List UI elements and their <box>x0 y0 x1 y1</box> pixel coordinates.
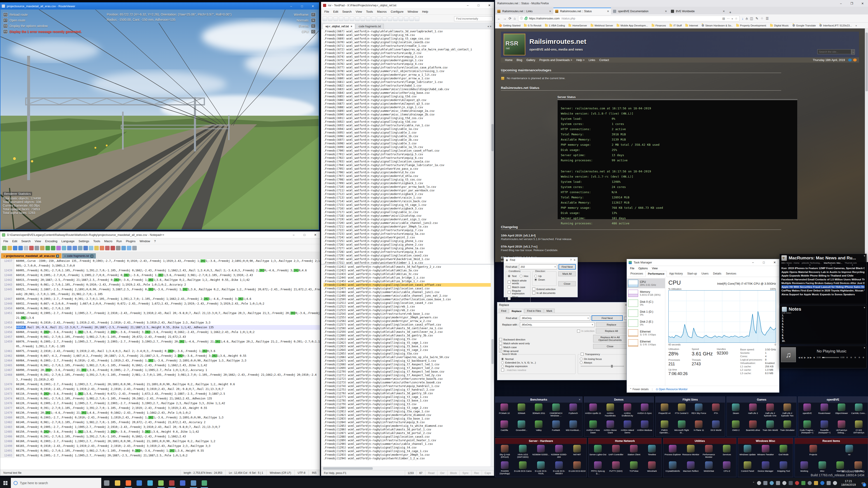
save-macro-icon[interactable] <box>127 246 131 250</box>
menu-item-settings[interactable]: Settings <box>77 239 91 243</box>
stop-macro-icon[interactable] <box>116 246 121 250</box>
headline[interactable]: Multiple Reviewers Facing Broken Galaxy … <box>781 281 865 285</box>
perf-sidebar-disk0c[interactable]: Disk 0 (C:)0% <box>627 298 665 308</box>
nav-item[interactable]: Contact <box>597 59 611 62</box>
forward-icon[interactable]: → <box>503 17 506 20</box>
regular-expression-checkbox[interactable]: Regular expression <box>508 289 528 295</box>
launcher-tile[interactable]: DCS World <box>707 420 724 431</box>
bookmark-item[interactable]: Webhost Server <box>589 24 614 27</box>
launcher-tile[interactable]: N3366W 5330D... <box>532 445 550 456</box>
menu-item-view[interactable]: View <box>354 9 364 14</box>
textpad-titlebar[interactable]: rsr - TextPad - X:\Files\Projects\rsr\wj… <box>321 2 494 9</box>
close-panel-icon[interactable]: × <box>579 398 580 401</box>
launcher-tile[interactable]: RS2009 (Synology) <box>496 461 514 475</box>
launcher-tile[interactable]: GroundWi... <box>513 420 530 431</box>
reload-icon[interactable]: ⟳ <box>508 17 512 21</box>
panel-header[interactable]: Benchmarks× <box>495 397 582 402</box>
launcher-tile[interactable]: CatZilla <box>496 420 513 431</box>
note-line[interactable]: 1. <box>782 314 864 317</box>
launcher-tile[interactable]: Server Lights-Out <box>589 445 607 456</box>
dialog-tab[interactable]: Replace <box>509 309 524 313</box>
toolbar-icon[interactable] <box>355 17 360 21</box>
firefox-titlebar[interactable]: Railsimroutes.net :: Status - Mozilla Fi… <box>495 0 868 7</box>
toolbar-icon[interactable] <box>409 17 414 21</box>
close-button[interactable]: ✕ <box>308 3 317 9</box>
in-selection-checkbox[interactable] <box>577 330 580 332</box>
launcher-tile[interactable]: nVIDIA FaceWroks <box>602 403 619 417</box>
launcher-tile[interactable]: Timeline <box>643 445 661 456</box>
launcher-tile[interactable]: FurMark <box>547 420 564 431</box>
grid-icon[interactable]: ⁘ <box>761 17 764 21</box>
play-macro-icon[interactable] <box>121 246 126 250</box>
new-tab-button[interactable]: + <box>727 10 734 14</box>
feed-tab[interactable]: BBC News - Home <box>781 262 800 264</box>
extend-selection-checkbox[interactable]: Extend selection <box>532 288 557 291</box>
launcher-tile[interactable]: D-Link DCS-4602EV <box>550 461 568 475</box>
taskman-tab-users[interactable]: Users <box>699 271 711 277</box>
program-green-icon[interactable] <box>801 481 805 485</box>
taskbar-task-manager[interactable] <box>199 478 210 488</box>
virtual-desktop-icon[interactable] <box>776 481 780 485</box>
close-tab-icon[interactable]: ✕ <box>665 10 667 13</box>
in-all-documents-checkbox[interactable]: In all documents <box>532 291 557 294</box>
find-next-button[interactable]: Find Next <box>559 264 576 269</box>
transport-controls[interactable]: ◀◀ ▶ ▶▶ ■ <box>798 356 815 359</box>
menu-item-run[interactable]: Run <box>115 239 124 243</box>
document-map-icon[interactable] <box>89 246 93 250</box>
launcher-tile[interactable]: Control Panel <box>739 461 756 472</box>
launcher-tile[interactable]: nVIDIA EndlessCity <box>619 403 636 417</box>
bookmark-item[interactable]: Property Development: <box>735 24 768 27</box>
close-tab-icon[interactable]: ✕ <box>90 255 93 258</box>
find-incrementally-input[interactable] <box>454 16 493 21</box>
headline[interactable]: Apple Expands Mobile Phone Billing to Th… <box>781 274 865 278</box>
browser-tab[interactable]: openBVE Documentation✕ <box>611 8 669 14</box>
nav-item[interactable]: Blog <box>515 59 524 62</box>
menu-item-help[interactable]: Help <box>420 9 430 14</box>
launcher-tile[interactable]: CINEBENCH Windows ... <box>547 403 564 417</box>
menu-item-view[interactable]: View <box>33 239 43 243</box>
page-scrollbar[interactable] <box>865 29 868 262</box>
close-button[interactable]: Close <box>593 344 627 349</box>
toolbar-icon[interactable] <box>339 17 343 21</box>
extended-n-r-t-0-x--radio[interactable]: Extended (\n, \r, \t, \0, \x...) <box>501 361 574 364</box>
launcher-tile[interactable]: FTX Central 3 <box>673 403 690 414</box>
launcher-tile[interactable]: BeamNG.drive <box>744 420 762 431</box>
fewer-details-link[interactable]: ⌃ Fewer details <box>629 388 649 391</box>
find-icon[interactable] <box>56 246 61 250</box>
site-search-input[interactable] <box>817 49 851 54</box>
launcher-tile[interactable]: openBVE <box>799 403 816 414</box>
match-whole-words-checkbox[interactable]: Match whole words <box>508 279 528 285</box>
menu-item-window[interactable]: Window <box>406 9 420 14</box>
toolbar-icon[interactable] <box>361 17 365 21</box>
launcher-tile[interactable]: nVIDIA Island Demo <box>619 420 636 434</box>
notepadpp-titlebar[interactable]: D:\Games\openBVE\LegacyContent\Railway\R… <box>0 232 320 238</box>
launcher-tile[interactable]: 3DMark 2011 <box>530 403 547 414</box>
menu-item-file[interactable]: File <box>628 266 636 270</box>
find-what-combo[interactable]: ;80sOnly▾ <box>520 316 590 321</box>
launcher-tile[interactable]: Macrium Reflect <box>682 461 700 472</box>
close-button[interactable]: ✕ <box>574 258 576 262</box>
close-tab-icon[interactable]: × <box>350 25 352 28</box>
note-line[interactable]: 3. <box>782 320 864 323</box>
perf-sidebar-disk2e[interactable]: Disk 2 (E:)0% <box>627 318 665 328</box>
routeviewer-titlebar[interactable]: projectsource_maxdetail_all_eras.csv - R… <box>0 3 319 9</box>
replace-button[interactable]: Replace <box>596 322 627 327</box>
bookmark-item[interactable]: HomeServer <box>567 24 588 27</box>
rss-icon[interactable] <box>853 59 857 61</box>
launcher-tile[interactable]: Station Client <box>625 445 643 456</box>
cut-icon[interactable] <box>29 246 34 250</box>
launcher-tile[interactable]: Train Sim World <box>762 420 779 431</box>
redo-icon[interactable] <box>51 246 55 250</box>
taskbar-photos[interactable] <box>145 478 156 488</box>
launcher-tile[interactable]: Half-Life 2 <box>744 403 762 414</box>
launcher-tile[interactable]: Prepar3D v4 <box>656 403 673 414</box>
maximize-button[interactable]: □ <box>759 260 768 265</box>
headline[interactable]: Kuo: 2019 iPhones to Feature 12MP Front … <box>781 266 865 270</box>
print-icon[interactable] <box>24 246 28 250</box>
taskbar-task-view[interactable] <box>101 478 112 488</box>
minimize-button[interactable]: – <box>463 3 472 8</box>
collapse-arrow-icon[interactable]: ▾ <box>864 306 865 309</box>
routeviewer-3d-scene[interactable]: F5Reload routeF7Open routeF8Display the … <box>0 9 319 230</box>
launcher-tile[interactable]: Wireshark <box>643 461 661 472</box>
launcher-tile[interactable]: Snipping Tool <box>774 461 792 472</box>
